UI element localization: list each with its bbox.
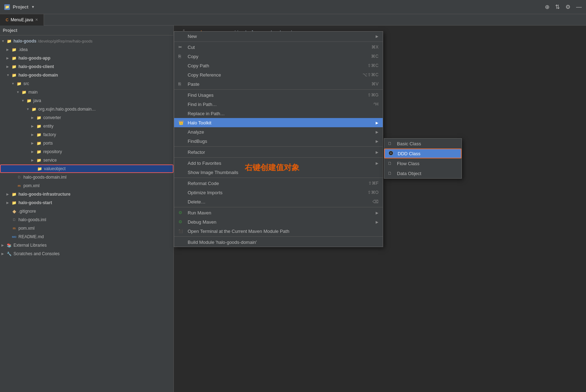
- tree-item-halo-goods-app[interactable]: ▶ 📁 halo-goods-app: [0, 54, 173, 62]
- cut-icon: ✂: [178, 45, 186, 50]
- tree-item-halo-goods-domain[interactable]: ▼ 📁 halo-goods-domain: [0, 71, 173, 79]
- tree-item-entity[interactable]: ▶ 📁 entity: [0, 122, 173, 130]
- submenu-item-data-object[interactable]: 🗋 Data Object: [384, 168, 461, 178]
- project-dropdown-arrow[interactable]: ▼: [31, 5, 35, 9]
- settings-icon[interactable]: ⚙: [565, 4, 570, 10]
- menu-item-refactor[interactable]: Refactor ▶: [174, 147, 383, 157]
- tree-item-halo-goods-infra[interactable]: ▶ 📁 halo-goods-infrastructure: [0, 190, 173, 198]
- menu-label-new: New: [188, 34, 197, 39]
- menu-item-replace-in-path[interactable]: Replace in Path…: [174, 109, 383, 118]
- ddd-class-icon: [388, 151, 396, 157]
- folder-icon-org-xujin: 📁: [31, 106, 37, 112]
- tree-item-halo-goods-client[interactable]: ▶ 📁 halo-goods-client: [0, 62, 173, 71]
- menu-label-add-favorites: Add to Favorites: [188, 161, 221, 166]
- folder-icon-halo-goods: 📁: [6, 38, 12, 44]
- tree-item-valueobject[interactable]: 📁 valueobject: [0, 164, 173, 173]
- label-halo-goods-path: /develop/gitRep/mw/halo-goods: [38, 39, 93, 43]
- tree-item-ports[interactable]: ▶ 📁 ports: [0, 139, 173, 147]
- menu-label-replace-in-path: Replace in Path…: [188, 111, 225, 116]
- debug-maven-icon: ⚙: [178, 219, 186, 224]
- arrow-halo-goods-app: ▶: [6, 56, 11, 60]
- menu-item-run-maven[interactable]: ⚙ Run Maven ▶: [174, 208, 383, 217]
- menu-item-reformat-code[interactable]: Reformat Code ⇧⌘F: [174, 179, 383, 188]
- menu-item-delete[interactable]: Delete… ⌫: [174, 197, 383, 206]
- arrow-org-xujin: ▼: [26, 107, 31, 111]
- menu-item-find-in-path[interactable]: Find in Path… ^H: [174, 100, 383, 109]
- menu-item-show-thumbnails[interactable]: Show Image Thumbnails: [174, 168, 383, 177]
- tab-menuE-java[interactable]: C MenuE.java ✕: [0, 14, 44, 26]
- menu-item-copy-ref[interactable]: Copy Reference ⌥⇧⌘C: [174, 70, 383, 79]
- label-halo-goods-client: halo-goods-client: [18, 64, 54, 69]
- menu-item-new[interactable]: New ▶: [174, 32, 383, 41]
- menu-label-build-module: Build Module 'halo-goods-domain': [188, 240, 257, 245]
- menu-item-copy-path[interactable]: Copy Path ⇧⌘C: [174, 61, 383, 70]
- tree-item-service[interactable]: ▶ 📁 service: [0, 156, 173, 164]
- minimize-icon[interactable]: —: [576, 4, 582, 10]
- menu-label-paste: Paste: [188, 82, 199, 87]
- submenu-item-flow-class[interactable]: 🗋 Flow Class: [384, 158, 461, 168]
- file-icon-domain-pom: m: [16, 183, 22, 189]
- menu-label-halo-toolkit: Halo Toolkit: [188, 120, 211, 125]
- submenu-item-basic-class[interactable]: 🗋 Basic Class: [384, 139, 461, 149]
- separator-2: [174, 89, 383, 90]
- tree-item-external-libs[interactable]: ▶ 📚 External Libraries: [0, 241, 173, 250]
- menu-label-copy-path: Copy Path: [188, 63, 209, 68]
- tree-item-halo-goods[interactable]: ▼ 📁 halo-goods /develop/gitRep/mw/halo-g…: [0, 37, 173, 45]
- arrow-halo-goods-start: ▶: [6, 201, 11, 205]
- tree-item-idea[interactable]: ▶ 📁 .idea: [0, 45, 173, 54]
- tree-item-halo-goods-iml[interactable]: 🗋 halo-goods.iml: [0, 215, 173, 224]
- menu-item-cut[interactable]: ✂ Cut ⌘X: [174, 43, 383, 52]
- menu-item-debug-maven[interactable]: ⚙ Debug Maven ▶: [174, 217, 383, 226]
- submenu-label-basic-class: Basic Class: [397, 141, 421, 146]
- find-usages-shortcut: ⇧⌘G: [367, 93, 378, 97]
- sidebar: Project ▼ 📁 halo-goods /develop/gitRep/m…: [0, 26, 174, 392]
- label-factory: factory: [43, 132, 56, 137]
- tree-container: ▼ 📁 halo-goods /develop/gitRep/mw/halo-g…: [0, 35, 173, 259]
- menu-item-copy[interactable]: ⎘ Copy ⌘C: [174, 52, 383, 61]
- tree-item-gitignore[interactable]: ◆ .gitignore: [0, 207, 173, 215]
- sidebar-header: Project: [0, 26, 173, 35]
- tree-item-readme[interactable]: MD README.md: [0, 233, 173, 241]
- tree-item-main[interactable]: ▼ 📁 main: [0, 88, 173, 96]
- menu-item-open-terminal[interactable]: ⬛ Open Terminal at the Current Maven Mod…: [174, 226, 383, 236]
- file-icon-readme: MD: [11, 234, 17, 240]
- label-idea: .idea: [18, 47, 28, 52]
- flow-class-icon: 🗋: [388, 161, 395, 166]
- split-icon[interactable]: ⇅: [555, 4, 560, 10]
- tree-item-src[interactable]: ▼ 📁 src: [0, 79, 173, 88]
- menu-item-analyze[interactable]: Analyze ▶: [174, 127, 383, 136]
- menu-item-build-module[interactable]: Build Module 'halo-goods-domain': [174, 237, 383, 247]
- folder-icon-halo-goods-client: 📁: [11, 64, 17, 69]
- label-halo-goods-iml: halo-goods.iml: [18, 217, 46, 222]
- tab-close-button[interactable]: ✕: [35, 18, 38, 22]
- menu-item-optimize-imports[interactable]: Optimize Imports ⇧⌘O: [174, 188, 383, 197]
- folder-icon-factory: 📁: [36, 132, 42, 138]
- tree-item-scratches[interactable]: ▶ 🔧 Scratches and Consoles: [0, 250, 173, 258]
- tree-item-repository[interactable]: ▶ 📁 repository: [0, 147, 173, 156]
- tree-item-java[interactable]: ▼ 📁 java: [0, 96, 173, 105]
- label-repository: repository: [43, 149, 62, 154]
- folder-icon-halo-goods-domain: 📁: [11, 72, 17, 78]
- menu-item-find-usages[interactable]: Find Usages ⇧⌘G: [174, 90, 383, 100]
- tree-item-halo-goods-start[interactable]: ▶ 📁 halo-goods-start: [0, 198, 173, 207]
- menu-item-add-favorites[interactable]: Add to Favorites ▶: [174, 158, 383, 168]
- arrow-halo-goods-client: ▶: [6, 65, 11, 68]
- submenu-item-ddd-class[interactable]: DDD Class: [384, 149, 461, 158]
- tree-item-domain-pom[interactable]: m pom.xml: [0, 181, 173, 190]
- tree-item-org-xujin[interactable]: ▼ 📁 org.xujin.halo.goods.domain…: [0, 105, 173, 113]
- separator-6: [174, 207, 383, 207]
- menu-item-findbugs[interactable]: FindBugs ▶: [174, 136, 383, 146]
- menu-item-halo-toolkit[interactable]: 👑 Halo Toolkit ▶: [174, 118, 383, 127]
- tree-item-factory[interactable]: ▶ 📁 factory: [0, 130, 173, 139]
- folder-icon-halo-goods-app: 📁: [11, 55, 17, 61]
- icon-scratches: 🔧: [6, 251, 12, 257]
- menu-item-paste[interactable]: ⎘ Paste ⌘V: [174, 79, 383, 89]
- tree-item-domain-iml[interactable]: 🗋 halo-goods-domain.iml: [0, 173, 173, 181]
- tree-item-converter[interactable]: ▶ 📁 converter: [0, 113, 173, 122]
- halo-toolkit-submenu-arrow: ▶: [376, 121, 378, 125]
- title-bar-icons: ⊕ ⇅ ⚙ —: [545, 4, 582, 10]
- file-icon-gitignore: ◆: [11, 208, 17, 214]
- add-icon[interactable]: ⊕: [545, 4, 549, 10]
- menu-label-reformat-code: Reformat Code: [188, 181, 219, 186]
- tree-item-root-pom[interactable]: m pom.xml: [0, 224, 173, 233]
